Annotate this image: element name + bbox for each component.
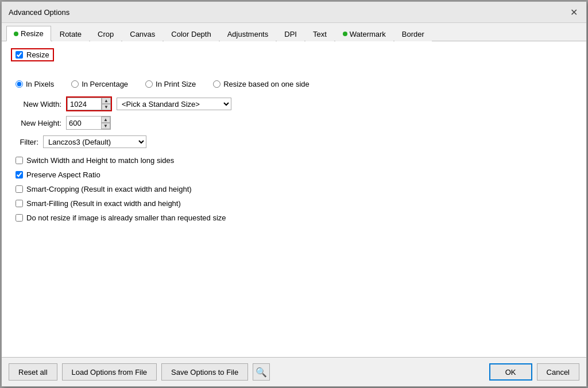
radio-input-2[interactable] <box>145 80 153 88</box>
tab-content: Resize In PixelsIn PercentageIn Print Si… <box>2 41 586 357</box>
checkbox-2[interactable] <box>16 185 23 193</box>
new-height-input[interactable] <box>67 117 101 129</box>
tab-dot <box>14 32 18 36</box>
search-icon: 🔍 <box>256 367 267 378</box>
tab-canvas[interactable]: Canvas <box>122 26 163 41</box>
checkbox-3[interactable] <box>16 200 23 207</box>
dialog-title: Advanced Options <box>9 8 69 17</box>
tab-adjustments[interactable]: Adjustments <box>220 26 276 41</box>
checkbox-row-0[interactable]: Switch Width and Height to match long si… <box>16 156 577 165</box>
tab-border[interactable]: Border <box>394 26 432 41</box>
save-options-button[interactable]: Save Options to File <box>161 363 248 381</box>
tab-label: Resize <box>21 29 44 38</box>
resize-checkbox-label: Resize <box>26 51 49 59</box>
tab-label: DPI <box>284 30 297 38</box>
advanced-options-dialog: Advanced Options ✕ ResizeRotateCropCanva… <box>1 1 587 387</box>
close-button[interactable]: ✕ <box>568 6 579 18</box>
tab-label: Rotate <box>60 30 82 38</box>
new-width-input-group: ▲ ▼ <box>66 96 112 111</box>
tab-label: Adjustments <box>227 30 269 38</box>
tab-rotate[interactable]: Rotate <box>52 26 89 41</box>
search-icon-button[interactable]: 🔍 <box>253 363 270 381</box>
new-height-down-button[interactable]: ▼ <box>101 123 110 129</box>
new-width-label: New Width: <box>16 100 61 108</box>
tab-crop[interactable]: Crop <box>90 26 121 41</box>
tab-label: Text <box>313 30 327 38</box>
tab-label: Border <box>402 30 424 38</box>
radio-resize-based-on-one-side[interactable]: Resize based on one side <box>213 80 310 88</box>
width-row: New Width: ▲ ▼ <Pick a Standard Size> 64… <box>16 96 577 111</box>
tab-color-depth[interactable]: Color Depth <box>164 26 218 41</box>
title-bar: Advanced Options ✕ <box>2 2 586 23</box>
standard-size-select[interactable]: <Pick a Standard Size> 640×480 800×600 1… <box>117 98 231 110</box>
radio-in-pixels[interactable]: In Pixels <box>16 80 54 88</box>
checkbox-0[interactable] <box>16 157 23 164</box>
checkbox-row-1[interactable]: Preserve Aspect Ratio <box>16 170 577 179</box>
height-row: New Height: ▲ ▼ <box>16 116 577 130</box>
resize-checkbox[interactable] <box>16 51 23 59</box>
checkbox-row-4[interactable]: Do not resize if image is already smalle… <box>16 214 577 222</box>
tab-watermark[interactable]: Watermark <box>335 26 393 41</box>
tab-dpi[interactable]: DPI <box>277 26 304 41</box>
new-height-input-group: ▲ ▼ <box>66 116 111 130</box>
ok-button[interactable]: OK <box>489 363 532 381</box>
tab-text[interactable]: Text <box>305 26 334 41</box>
new-height-label: New Height: <box>16 119 61 127</box>
dimension-fields: New Width: ▲ ▼ <Pick a Standard Size> 64… <box>16 96 577 130</box>
cancel-button[interactable]: Cancel <box>537 363 579 381</box>
tab-label: Canvas <box>130 30 155 38</box>
tab-bar: ResizeRotateCropCanvasColor DepthAdjustm… <box>2 23 586 41</box>
new-height-spinners: ▲ ▼ <box>101 117 110 129</box>
checkbox-1[interactable] <box>16 171 23 179</box>
radio-input-1[interactable] <box>71 80 79 88</box>
resize-checkbox-row[interactable]: Resize <box>11 48 54 61</box>
options-checkboxes: Switch Width and Height to match long si… <box>16 156 577 222</box>
tab-resize[interactable]: Resize <box>6 26 51 41</box>
tab-label: Crop <box>98 30 114 38</box>
resize-mode-radio-group: In PixelsIn PercentageIn Print SizeResiz… <box>16 80 577 88</box>
filter-row: Filter: Lanczos3 (Default) Nearest Neigh… <box>16 135 577 148</box>
new-width-up-button[interactable]: ▲ <box>102 98 111 104</box>
footer: Reset all Load Options from File Save Op… <box>2 357 586 386</box>
checkbox-row-3[interactable]: Smart-Filling (Result in exact width and… <box>16 199 577 208</box>
checkbox-row-2[interactable]: Smart-Cropping (Result in exact width an… <box>16 185 577 193</box>
new-height-up-button[interactable]: ▲ <box>101 117 110 123</box>
radio-in-percentage[interactable]: In Percentage <box>71 80 128 88</box>
filter-label: Filter: <box>16 138 38 146</box>
reset-all-button[interactable]: Reset all <box>9 363 57 381</box>
checkbox-4[interactable] <box>16 214 23 222</box>
radio-input-3[interactable] <box>213 80 220 88</box>
new-width-spinners: ▲ ▼ <box>102 98 111 110</box>
new-width-down-button[interactable]: ▼ <box>102 104 111 110</box>
new-width-input[interactable] <box>67 98 102 110</box>
tab-label: Watermark <box>350 30 386 38</box>
radio-input-0[interactable] <box>16 80 23 88</box>
filter-select[interactable]: Lanczos3 (Default) Nearest Neighbor Bili… <box>43 135 146 148</box>
tab-label: Color Depth <box>171 30 211 38</box>
radio-in-print-size[interactable]: In Print Size <box>145 80 196 88</box>
tab-dot <box>343 32 347 36</box>
load-options-button[interactable]: Load Options from File <box>62 363 157 381</box>
